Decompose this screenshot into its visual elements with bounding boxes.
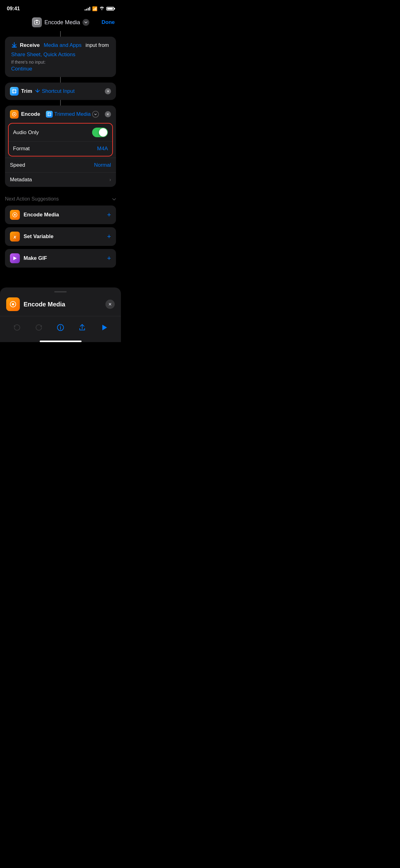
- bottom-drawer: Encode Media ✕: [0, 287, 121, 342]
- battery-icon: [106, 7, 114, 10]
- svg-rect-3: [36, 20, 38, 21]
- encode-card: Encode Trimmed Media ✕ Audio Only: [5, 105, 116, 187]
- drawer-title: Encode Media: [24, 301, 105, 308]
- encode-left: Encode: [10, 110, 40, 119]
- svg-point-15: [12, 303, 14, 306]
- wifi-icon: [99, 6, 104, 11]
- suggestions-chevron-icon[interactable]: [112, 196, 116, 202]
- set-variable-suggestion-icon: x: [10, 231, 20, 242]
- status-bar: 09:41 📶: [0, 0, 121, 16]
- svg-point-8: [14, 114, 15, 115]
- continue-label[interactable]: Continue: [11, 66, 32, 72]
- suggestion-gif-left: Make GIF: [10, 253, 47, 263]
- trimmed-media-chip-icon: [46, 111, 53, 118]
- input-from-label: input from: [86, 41, 109, 49]
- set-variable-add-button[interactable]: +: [107, 232, 111, 241]
- svg-point-0: [101, 9, 102, 10]
- suggestions-title: Next Action Suggestions: [5, 196, 59, 202]
- highlighted-options: Audio Only Format M4A: [8, 123, 113, 156]
- encode-media-suggestion-label: Encode Media: [24, 212, 59, 218]
- drawer-header: Encode Media ✕: [0, 298, 121, 316]
- encode-media-add-button[interactable]: +: [107, 211, 111, 219]
- undo-button[interactable]: [10, 321, 24, 334]
- format-row[interactable]: Format M4A: [9, 142, 112, 156]
- make-gif-suggestion-icon: [10, 253, 20, 263]
- audio-only-label: Audio Only: [13, 129, 39, 136]
- signal-bars-icon: [85, 7, 90, 10]
- suggestion-encode-left: Encode Media: [10, 210, 59, 220]
- make-gif-suggestion-label: Make GIF: [24, 255, 47, 261]
- svg-rect-9: [47, 113, 51, 116]
- svg-marker-13: [13, 256, 17, 260]
- audio-only-row[interactable]: Audio Only: [9, 124, 112, 142]
- trimmed-media-chevron-icon[interactable]: [92, 111, 99, 118]
- drawer-app-icon: [6, 298, 20, 311]
- svg-marker-19: [102, 325, 107, 330]
- encode-icon: [10, 110, 19, 119]
- connector-line-3: [60, 100, 61, 105]
- nav-chevron-icon[interactable]: [82, 19, 89, 26]
- status-icons: 📶: [85, 6, 114, 11]
- drawer-handle: [54, 291, 67, 292]
- toggle-thumb: [99, 128, 107, 136]
- trim-icon: [10, 87, 19, 96]
- encode-label: Encode: [21, 111, 40, 117]
- metadata-label: Metadata: [10, 177, 32, 183]
- media-types-label[interactable]: Media and Apps: [44, 41, 81, 49]
- redo-button[interactable]: [32, 321, 45, 334]
- if-no-input-label: If there's no input:: [11, 60, 110, 65]
- drawer-close-button[interactable]: ✕: [105, 300, 115, 309]
- encode-header: Encode Trimmed Media ✕: [5, 105, 116, 123]
- make-gif-add-button[interactable]: +: [107, 254, 111, 262]
- speed-value: Normal: [94, 162, 111, 168]
- svg-rect-5: [12, 90, 16, 93]
- info-button[interactable]: [54, 321, 67, 334]
- audio-only-toggle[interactable]: [92, 128, 108, 137]
- format-label: Format: [13, 146, 30, 152]
- trim-close-button[interactable]: ✕: [105, 88, 111, 94]
- home-indicator: [40, 341, 81, 342]
- suggestion-variable-left: x Set Variable: [10, 231, 53, 242]
- nav-bar: Encode Media Done: [0, 16, 121, 31]
- trimmed-media-label: Trimmed Media: [54, 111, 91, 117]
- receive-card: Receive Media and Apps input from Share …: [5, 37, 116, 77]
- svg-point-2: [36, 22, 38, 23]
- receive-icon: [11, 41, 18, 50]
- nav-title: Encode Media: [32, 18, 89, 27]
- svg-rect-6: [13, 89, 15, 93]
- encode-media-suggestion-icon: [10, 210, 20, 220]
- trim-label: Trim: [21, 88, 32, 94]
- done-button[interactable]: Done: [101, 19, 115, 26]
- format-value: M4A: [97, 146, 108, 152]
- metadata-chevron-icon: ›: [109, 177, 111, 183]
- speed-label: Speed: [10, 162, 25, 168]
- suggestion-encode-media[interactable]: Encode Media +: [5, 206, 116, 224]
- suggestion-make-gif[interactable]: Make GIF +: [5, 249, 116, 268]
- play-button[interactable]: [97, 321, 111, 334]
- wifi-icon: 📶: [92, 6, 97, 11]
- status-time: 09:41: [7, 6, 20, 12]
- encode-close-button[interactable]: ✕: [105, 111, 111, 117]
- suggestions-header: Next Action Suggestions: [0, 190, 121, 206]
- nav-title-text: Encode Media: [44, 19, 80, 26]
- connector-line-2: [60, 77, 61, 83]
- drawer-toolbar: [0, 316, 121, 341]
- set-variable-suggestion-label: Set Variable: [24, 234, 53, 240]
- receive-label: Receive: [20, 41, 40, 49]
- share-sheet-label[interactable]: Share Sheet, Quick Actions: [11, 52, 75, 57]
- speed-row[interactable]: Speed Normal: [5, 158, 116, 172]
- trimmed-media-chip[interactable]: Trimmed Media: [46, 111, 99, 118]
- share-button[interactable]: [75, 321, 89, 334]
- svg-point-12: [14, 214, 16, 216]
- svg-rect-4: [12, 46, 17, 48]
- receive-row: Receive Media and Apps input from: [11, 41, 110, 50]
- trim-card: Trim Shortcut Input ✕: [5, 83, 116, 100]
- metadata-row[interactable]: Metadata ›: [5, 172, 116, 187]
- trim-left: Trim Shortcut Input: [10, 87, 75, 96]
- shortcut-input-label: Shortcut Input: [42, 88, 75, 94]
- encode-media-nav-icon: [32, 18, 42, 27]
- connector-line: [60, 31, 61, 37]
- shortcut-input-chip[interactable]: Shortcut Input: [35, 88, 75, 94]
- suggestion-set-variable[interactable]: x Set Variable +: [5, 227, 116, 246]
- svg-point-18: [60, 326, 61, 326]
